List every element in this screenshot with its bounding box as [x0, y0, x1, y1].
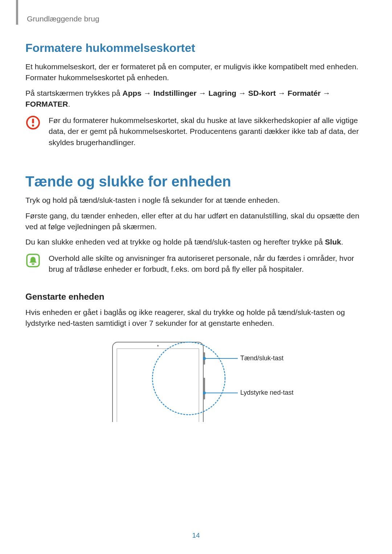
warning-icon [25, 115, 41, 130]
format-path-final: FORMATER [25, 100, 68, 108]
bell-note-icon [25, 253, 41, 268]
power-p2: Første gang, du tænder enheden, eller ef… [25, 210, 367, 233]
restart-p1: Hvis enheden er gået i baglås og ikke re… [25, 307, 367, 329]
heading-power: Tænde og slukke for enheden [25, 173, 367, 190]
format-path-0: Apps [122, 89, 142, 97]
power-p1: Tryk og hold på tænd/sluk-tasten i nogle… [25, 195, 367, 206]
arrow-icon: → [199, 89, 206, 97]
warning-note: Før du formaterer hukommelseskortet, ska… [25, 115, 367, 148]
format-path-4: Formatér [287, 89, 320, 97]
format-card-p2: På startskærmen trykkes på Apps → Indsti… [25, 88, 367, 110]
info-note-text: Overhold alle skilte og anvisninger fra … [49, 253, 367, 275]
diagram-label-voldown: Lydstyrke ned-tast [240, 389, 293, 396]
page-tab-mark [16, 0, 18, 25]
device-diagram: Tænd/sluk-tast Lydstyrke ned-tast [25, 338, 367, 422]
arrow-icon: → [144, 89, 151, 97]
heading-restart: Genstarte enheden [25, 292, 367, 302]
breadcrumb: Grundlæggende brug [27, 15, 367, 23]
heading-format-card: Formatere hukommelseskortet [25, 41, 367, 55]
svg-point-6 [157, 345, 159, 346]
arrow-icon: → [323, 89, 330, 97]
power-p3: Du kan slukke enheden ved at trykke og h… [25, 237, 367, 247]
diagram-label-power: Tænd/sluk-tast [240, 354, 283, 362]
svg-point-2 [32, 124, 34, 127]
warning-text: Før du formaterer hukommelseskortet, ska… [49, 115, 367, 148]
format-card-p1: Et hukommelseskort, der er formateret på… [25, 61, 367, 83]
arrow-icon: → [238, 89, 246, 97]
format-p2-lead: På startskærmen trykkes på [25, 89, 122, 97]
format-path-1: Indstillinger [153, 89, 196, 97]
info-note: Overhold alle skilte og anvisninger fra … [25, 253, 367, 275]
arrow-icon: → [278, 89, 286, 97]
page-number: 14 [0, 532, 392, 539]
power-p3-lead: Du kan slukke enheden ved at trykke og h… [25, 238, 325, 246]
format-path-3: SD-kort [248, 89, 276, 97]
svg-rect-8 [203, 378, 205, 399]
power-p3-bold: Sluk [325, 238, 341, 246]
svg-rect-1 [32, 119, 34, 123]
format-path-2: Lagring [208, 89, 236, 97]
